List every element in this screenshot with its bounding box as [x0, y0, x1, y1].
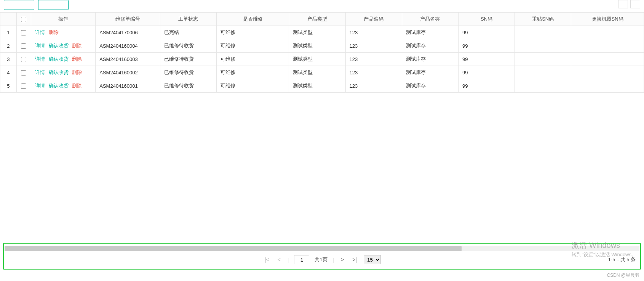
cell-num: ASM2404160003 — [96, 53, 160, 66]
pager-sep: | — [288, 257, 289, 263]
delete-link[interactable]: 删除 — [49, 29, 59, 35]
cell-replace — [571, 39, 644, 53]
pager-area: |< < | 共1页 | > >| 15 1-5，共 5 条 — [3, 243, 641, 270]
toolbar-square-1[interactable] — [618, 0, 628, 8]
row-checkbox-cell — [16, 53, 31, 66]
cell-name: 测试库存 — [402, 26, 458, 39]
row-index: 3 — [0, 53, 16, 66]
cell-code: 123 — [345, 79, 402, 93]
col-sn: SN码 — [458, 13, 515, 26]
cell-repair: 可维修 — [216, 66, 289, 79]
toolbar-button-2[interactable] — [38, 0, 69, 10]
cell-code: 123 — [345, 26, 402, 39]
cell-sn: 99 — [458, 66, 515, 79]
row-checkbox[interactable] — [21, 70, 26, 75]
page-total-label: 共1页 — [315, 256, 327, 263]
row-actions: 详情 确认收货 删除 — [31, 39, 95, 53]
pager-sep-2: | — [333, 257, 334, 263]
cell-sn: 99 — [458, 53, 515, 66]
cell-type: 测试类型 — [289, 26, 345, 39]
row-checkbox[interactable] — [21, 43, 26, 49]
row-actions: 详情 确认收货 删除 — [31, 66, 95, 79]
cell-name: 测试库存 — [402, 53, 458, 66]
confirm-receive-link[interactable]: 确认收货 — [49, 83, 69, 88]
cell-replace — [571, 66, 644, 79]
cell-num: ASM2404160001 — [96, 79, 160, 93]
cell-resn — [515, 79, 571, 93]
row-checkbox-cell — [16, 66, 31, 79]
confirm-receive-link[interactable]: 确认收货 — [49, 43, 69, 48]
pager-summary: 1-5，共 5 条 — [608, 256, 636, 263]
table-row: 3 详情 确认收货 删除 ASM2404160003 已维修待收货 可维修 测试… — [0, 53, 644, 66]
delete-link[interactable]: 删除 — [72, 69, 82, 75]
cell-status: 已维修待收货 — [160, 53, 216, 66]
cell-status: 已完结 — [160, 26, 216, 39]
row-checkbox[interactable] — [21, 57, 26, 62]
detail-link[interactable]: 详情 — [35, 43, 45, 48]
cell-code: 123 — [345, 66, 402, 79]
row-checkbox-cell — [16, 26, 31, 39]
select-all-checkbox[interactable] — [21, 17, 26, 22]
toolbar-square-2[interactable] — [630, 0, 640, 8]
page-size-select[interactable]: 15 — [364, 255, 381, 264]
cell-resn — [515, 66, 571, 79]
pager-first-icon[interactable]: |< — [263, 257, 271, 263]
cell-sn: 99 — [458, 79, 515, 93]
cell-name: 测试库存 — [402, 66, 458, 79]
data-table: 操作 维修单编号 工单状态 是否维修 产品类型 产品编码 产品名称 SN码 重贴… — [0, 12, 644, 93]
row-checkbox-cell — [16, 39, 31, 53]
scrollbar-thumb[interactable] — [5, 246, 462, 251]
row-checkbox-cell — [16, 79, 31, 93]
cell-resn — [515, 39, 571, 53]
table-row: 5 详情 确认收货 删除 ASM2404160001 已维修待收货 可维修 测试… — [0, 79, 644, 93]
row-actions: 详情 确认收货 删除 — [31, 79, 95, 93]
detail-link[interactable]: 详情 — [35, 83, 45, 88]
detail-link[interactable]: 详情 — [35, 29, 45, 35]
detail-link[interactable]: 详情 — [35, 69, 45, 75]
cell-replace — [571, 26, 644, 39]
col-index — [0, 13, 16, 26]
row-index: 5 — [0, 79, 16, 93]
cell-num: ASM2404160004 — [96, 39, 160, 53]
confirm-receive-link[interactable]: 确认收货 — [49, 69, 69, 75]
col-op: 操作 — [31, 13, 95, 26]
pager-next-icon[interactable]: > — [339, 257, 345, 263]
pager-last-icon[interactable]: >| — [351, 257, 358, 263]
toolbar-button-1[interactable] — [4, 0, 34, 10]
cell-type: 测试类型 — [289, 66, 345, 79]
delete-link[interactable]: 删除 — [72, 56, 82, 62]
row-actions: 详情 确认收货 删除 — [31, 53, 95, 66]
cell-type: 测试类型 — [289, 79, 345, 93]
cell-num: ASM2404160002 — [96, 66, 160, 79]
credit-text: CSDN @星晨羽 — [607, 272, 639, 279]
row-checkbox[interactable] — [21, 30, 26, 35]
cell-sn: 99 — [458, 26, 515, 39]
row-checkbox[interactable] — [21, 83, 26, 89]
col-type: 产品类型 — [289, 13, 345, 26]
detail-link[interactable]: 详情 — [35, 56, 45, 62]
col-resn: 重贴SN码 — [515, 13, 571, 26]
cell-name: 测试库存 — [402, 79, 458, 93]
col-status: 工单状态 — [160, 13, 216, 26]
cell-repair: 可维修 — [216, 79, 289, 93]
table-header-row: 操作 维修单编号 工单状态 是否维修 产品类型 产品编码 产品名称 SN码 重贴… — [0, 13, 644, 26]
cell-replace — [571, 79, 644, 93]
cell-name: 测试库存 — [402, 39, 458, 53]
col-repair: 是否维修 — [216, 13, 289, 26]
row-index: 1 — [0, 26, 16, 39]
confirm-receive-link[interactable]: 确认收货 — [49, 56, 69, 62]
horizontal-scrollbar[interactable] — [5, 246, 639, 251]
col-checkbox — [16, 13, 31, 26]
cell-resn — [515, 26, 571, 39]
cell-sn: 99 — [458, 39, 515, 53]
pager-prev-icon[interactable]: < — [276, 257, 282, 263]
col-num: 维修单编号 — [96, 13, 160, 26]
col-name: 产品名称 — [402, 13, 458, 26]
page-number-input[interactable] — [294, 255, 309, 264]
table-row: 1 详情 删除 ASM2404170006 已完结 可维修 测试类型 123 测… — [0, 26, 644, 39]
delete-link[interactable]: 删除 — [72, 83, 82, 88]
cell-repair: 可维修 — [216, 39, 289, 53]
delete-link[interactable]: 删除 — [72, 43, 82, 48]
table-row: 4 详情 确认收货 删除 ASM2404160002 已维修待收货 可维修 测试… — [0, 66, 644, 79]
cell-type: 测试类型 — [289, 39, 345, 53]
